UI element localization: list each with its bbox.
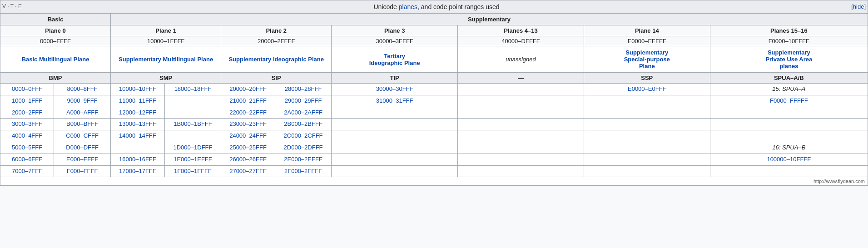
bmp1-link-5[interactable]: 5000–5FFF <box>2 143 52 153</box>
sip2-link-4[interactable]: 2C000–2CFFF <box>277 131 329 141</box>
table-row: 2000–2FFF A000–AFFF 12000–12FFF 22000–22… <box>0 107 868 119</box>
bmp1-cell-3: 3000–3FFF <box>0 119 54 130</box>
unassigned-cell-2 <box>458 107 584 119</box>
sip1-link-0[interactable]: 20000–20FFF <box>223 84 273 94</box>
smp1-link-1[interactable]: 11000–11FFF <box>113 96 163 106</box>
bmp1-link-3[interactable]: 3000–3FFF <box>2 119 52 129</box>
smp2-link-7[interactable]: 1F000–1FFFF <box>167 167 219 176</box>
bmp1-cell-6: 6000–6FFF <box>0 154 54 165</box>
bmp2-cell-0: 8000–8FFF <box>54 84 111 95</box>
unicode-planes-table: V · T · E Unicode planes, and code point… <box>0 0 868 186</box>
group-header-row: Basic Supplementary <box>0 14 868 25</box>
bmp2-link-0[interactable]: 8000–8FFF <box>56 84 109 94</box>
planes-link[interactable]: planes <box>399 3 417 10</box>
bmp1-link-1[interactable]: 1000–1FFF <box>2 96 52 106</box>
unassigned-cell-1 <box>458 95 584 107</box>
bmp1-link-7[interactable]: 7000–7FFF <box>2 167 52 176</box>
sip1-link-1[interactable]: 21000–21FFF <box>223 96 273 106</box>
plane1-range: 10000–1FFFF <box>111 36 221 46</box>
hide-button[interactable]: [hide] <box>851 3 866 10</box>
tip-cell-5 <box>332 142 458 154</box>
ssp-link-0[interactable]: E0000–E0FFF <box>586 84 708 94</box>
bmp2-link-6[interactable]: E000–EFFF <box>56 155 109 164</box>
sip2-link-5[interactable]: 2D000–2DFFF <box>277 143 329 153</box>
sip-link[interactable]: Supplementary Ideographic Plane <box>228 56 324 63</box>
ssp-cell-3 <box>584 119 710 130</box>
bmp1-link-6[interactable]: 6000–6FFF <box>2 155 52 164</box>
tip-link-1[interactable]: 31000–31FFF <box>333 96 456 106</box>
unassigned-cell-5 <box>458 142 584 154</box>
unassigned-cell-0 <box>458 84 584 95</box>
spua-cell-1: F0000–FFFFF <box>710 95 868 107</box>
smp2-link-6[interactable]: 1E000–1EFFF <box>167 155 219 164</box>
unassigned-name-cell: unassigned <box>458 46 584 73</box>
plane413-range: 40000–DFFFF <box>458 36 584 46</box>
smp1-link-6[interactable]: 16000–16FFF <box>113 155 163 164</box>
ssp-link[interactable]: Supplementary Special-purpose Plane <box>624 49 670 69</box>
bmp1-link-0[interactable]: 0000–0FFF <box>2 84 52 94</box>
ssp-cell-0: E0000–E0FFF <box>584 84 710 95</box>
bmp2-link-2[interactable]: A000–AFFF <box>56 108 109 118</box>
spua-cell-4 <box>710 130 868 142</box>
smp1-link-7[interactable]: 17000–17FFF <box>113 167 163 176</box>
sip1-cell-1: 21000–21FFF <box>221 95 275 107</box>
sip1-link-3[interactable]: 23000–23FFF <box>223 119 273 129</box>
smp2-cell-7: 1F000–1FFFF <box>164 165 221 177</box>
basic-group-header: Basic <box>0 14 111 25</box>
tip-cell-6 <box>332 154 458 165</box>
tip-link-0[interactable]: 30000–30FFF <box>333 84 456 94</box>
spua-cell-7 <box>710 165 868 177</box>
plane14-header: Plane 14 <box>584 25 710 36</box>
smp-link[interactable]: Supplementary Multilingual Plane <box>119 56 213 63</box>
bmp2-cell-4: C000–CFFF <box>54 130 111 142</box>
sip1-link-7[interactable]: 27000–27FFF <box>223 167 273 176</box>
bmp1-link-2[interactable]: 2000–2FFF <box>2 108 52 118</box>
spua-link[interactable]: Supplementary Private Use Area planes <box>765 49 812 69</box>
smp1-link-3[interactable]: 13000–13FFF <box>113 119 163 129</box>
sip2-cell-3: 2B000–2BFFF <box>275 119 331 130</box>
sip1-link-2[interactable]: 22000–22FFF <box>223 108 273 118</box>
bmp2-link-3[interactable]: B000–BFFF <box>56 119 109 129</box>
smp2-link-0[interactable]: 18000–18FFF <box>167 84 219 94</box>
smp2-link-5[interactable]: 1D000–1DFFF <box>167 143 219 153</box>
sip2-link-2[interactable]: 2A000–2AFFF <box>277 108 329 118</box>
sip2-link-1[interactable]: 29000–29FFF <box>277 96 329 106</box>
smp1-link-2[interactable]: 12000–12FFF <box>113 108 163 118</box>
plane2-header: Plane 2 <box>221 25 332 36</box>
tip-link[interactable]: Tertiary Ideographic Plane <box>369 53 420 66</box>
smp2-cell-2 <box>164 107 221 119</box>
vt-link[interactable]: V · T · E <box>2 3 22 10</box>
spua-link-6[interactable]: 100000–10FFFF <box>712 155 866 164</box>
smp1-link-4[interactable]: 14000–14FFF <box>113 131 163 141</box>
spua-link-1[interactable]: F0000–FFFFF <box>712 96 866 106</box>
sip2-link-7[interactable]: 2F000–2FFFF <box>277 167 329 176</box>
smp2-cell-5: 1D000–1DFFF <box>164 142 221 154</box>
smp2-cell-4 <box>164 130 221 142</box>
plane3-header: Plane 3 <box>332 25 458 36</box>
bmp2-link-5[interactable]: D000–DFFF <box>56 143 109 153</box>
tip-cell-0: 30000–30FFF <box>332 84 458 95</box>
sip1-link-4[interactable]: 24000–24FFF <box>223 131 273 141</box>
smp1-link-0[interactable]: 10000–10FFF <box>113 84 163 94</box>
sip1-link-6[interactable]: 26000–26FFF <box>223 155 273 164</box>
sip2-link-0[interactable]: 28000–28FFF <box>277 84 329 94</box>
bmp-link[interactable]: Basic Multilingual Plane <box>22 56 89 63</box>
smp2-link-3[interactable]: 1B000–1BFFF <box>167 119 219 129</box>
sip2-cell-2: 2A000–2AFFF <box>275 107 331 119</box>
smp2-cell-6: 1E000–1EFFF <box>164 154 221 165</box>
footer-url: http://www.flydean.com <box>0 177 868 186</box>
table-row: 3000–3FFF B000–BFFF 13000–13FFF 1B000–1B… <box>0 119 868 130</box>
bmp1-cell-4: 4000–4FFF <box>0 130 54 142</box>
bmp1-link-4[interactable]: 4000–4FFF <box>2 131 52 141</box>
bmp2-link-7[interactable]: F000–FFFF <box>56 167 109 176</box>
sip2-link-6[interactable]: 2E000–2EFFF <box>277 155 329 164</box>
sip-abbrev: SIP <box>221 73 332 84</box>
bmp2-cell-6: E000–EFFF <box>54 154 111 165</box>
sip1-link-5[interactable]: 25000–25FFF <box>223 143 273 153</box>
supplementary-group-header: Supplementary <box>111 14 868 25</box>
range-row: 0000–FFFF 10000–1FFFF 20000–2FFFF 30000–… <box>0 36 868 46</box>
table-row: 7000–7FFF F000–FFFF 17000–17FFF 1F000–1F… <box>0 165 868 177</box>
bmp2-link-4[interactable]: C000–CFFF <box>56 131 109 141</box>
sip2-link-3[interactable]: 2B000–2BFFF <box>277 119 329 129</box>
bmp2-link-1[interactable]: 9000–9FFF <box>56 96 109 106</box>
